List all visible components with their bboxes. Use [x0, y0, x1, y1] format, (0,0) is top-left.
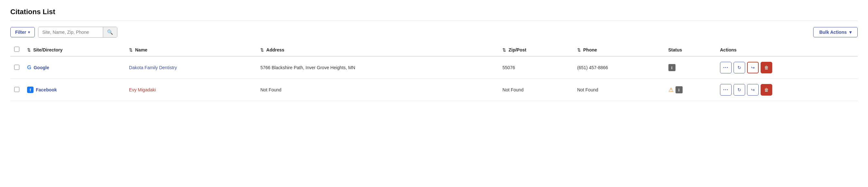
share-icon: ↪ [751, 65, 755, 70]
row1-share-button[interactable]: ↪ [747, 62, 759, 73]
bulk-actions-label: Bulk Actions [819, 30, 847, 35]
row1-site-link[interactable]: G Google [27, 64, 121, 71]
row2-share-button[interactable]: ↪ [747, 84, 759, 96]
sort-icon-address: ⇅ [260, 48, 264, 52]
row1-actions-cell: ··· ↻ ↪ 🗑 [716, 56, 858, 79]
table-row: G Google Dakota Family Dentistry 5766 Bl… [10, 56, 858, 79]
col-status: Status [664, 43, 716, 56]
row1-status-icons: i [669, 64, 712, 71]
sort-icon-name: ⇅ [129, 48, 132, 52]
page-container: Citations List Filter ▾ 🔍 Bulk Actions ▾ [0, 0, 868, 109]
col-phone: ⇅ Phone [573, 43, 664, 56]
row2-name-link[interactable]: Evy Migadaki [129, 87, 156, 92]
chevron-down-icon: ▾ [849, 30, 851, 35]
row2-more-button[interactable]: ··· [720, 84, 732, 96]
row2-status-cell: ⚠ i [664, 79, 716, 101]
row1-more-button[interactable]: ··· [720, 62, 732, 73]
row2-actions-cell: ··· ↻ ↪ 🗑 [716, 79, 858, 101]
row1-delete-button[interactable]: 🗑 [761, 62, 772, 73]
citations-table: ⇅ Site/Directory ⇅ Name ⇅ Address ⇅ Zip/… [10, 43, 858, 101]
trash-icon: 🗑 [764, 65, 769, 70]
col-zip: ⇅ Zip/Post [498, 43, 573, 56]
row2-refresh-button[interactable]: ↻ [734, 84, 745, 96]
col-address: ⇅ Address [256, 43, 498, 56]
row2-address-cell: Not Found [256, 79, 498, 101]
col-site: ⇅ Site/Directory [23, 43, 125, 56]
row2-checkbox-cell [10, 79, 23, 101]
row1-name-cell: Dakota Family Dentistry [125, 56, 256, 79]
row1-zip-cell: 55076 [498, 56, 573, 79]
row1-checkbox-cell [10, 56, 23, 79]
chevron-down-icon: ▾ [28, 30, 30, 34]
row1-refresh-button[interactable]: ↻ [734, 62, 745, 73]
more-icon: ··· [723, 65, 728, 71]
search-input[interactable] [38, 27, 103, 37]
row2-delete-button[interactable]: 🗑 [761, 84, 772, 96]
sort-icon-site: ⇅ [27, 48, 31, 52]
row1-action-buttons: ··· ↻ ↪ 🗑 [720, 62, 854, 73]
row2-name-cell: Evy Migadaki [125, 79, 256, 101]
row1-checkbox[interactable] [14, 65, 19, 70]
search-box: 🔍 [38, 27, 117, 38]
row2-site-link[interactable]: f Facebook [27, 86, 121, 93]
row2-zip-cell: Not Found [498, 79, 573, 101]
row2-checkbox[interactable] [14, 87, 19, 92]
info-icon: i [669, 64, 676, 71]
col-actions: Actions [716, 43, 858, 56]
filter-label: Filter [15, 30, 26, 35]
page-title: Citations List [10, 8, 858, 16]
row2-phone-cell: Not Found [573, 79, 664, 101]
google-icon: G [27, 64, 31, 71]
table-row: f Facebook Evy Migadaki Not Found Not Fo… [10, 79, 858, 101]
select-all-checkbox[interactable] [14, 47, 19, 52]
row1-phone-cell: (651) 457-8866 [573, 56, 664, 79]
sort-icon-phone: ⇅ [577, 48, 581, 52]
warning-icon: ⚠ [669, 86, 674, 94]
row1-site-cell: G Google [23, 56, 125, 79]
more-icon: ··· [723, 87, 728, 93]
table-header-row: ⇅ Site/Directory ⇅ Name ⇅ Address ⇅ Zip/… [10, 43, 858, 56]
info-icon: i [676, 86, 683, 94]
bulk-actions-button[interactable]: Bulk Actions ▾ [813, 27, 858, 37]
row2-action-buttons: ··· ↻ ↪ 🗑 [720, 84, 854, 96]
search-icon: 🔍 [107, 29, 113, 35]
divider [10, 21, 858, 21]
row2-site-cell: f Facebook [23, 79, 125, 101]
trash-icon: 🗑 [764, 87, 769, 92]
row1-address-cell: 5766 Blackshire Path, Inver Grove Height… [256, 56, 498, 79]
select-all-cell [10, 43, 23, 56]
refresh-icon: ↻ [737, 65, 741, 70]
refresh-icon: ↻ [737, 87, 741, 92]
search-button[interactable]: 🔍 [103, 27, 117, 37]
col-name: ⇅ Name [125, 43, 256, 56]
filter-button[interactable]: Filter ▾ [10, 27, 35, 37]
toolbar: Filter ▾ 🔍 Bulk Actions ▾ [10, 27, 858, 38]
sort-icon-zip: ⇅ [502, 48, 506, 52]
share-icon: ↪ [751, 87, 755, 92]
row1-status-cell: i [664, 56, 716, 79]
toolbar-left: Filter ▾ 🔍 [10, 27, 117, 38]
row2-status-icons: ⚠ i [669, 86, 712, 94]
facebook-icon: f [27, 86, 34, 93]
row1-name-link[interactable]: Dakota Family Dentistry [129, 65, 177, 70]
